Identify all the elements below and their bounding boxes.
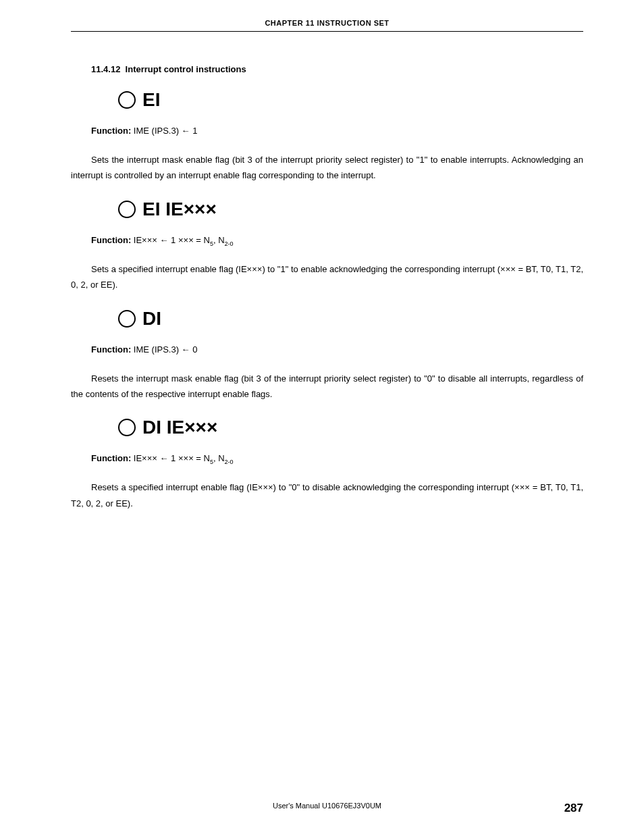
mnemonic-text: DI xyxy=(142,309,161,328)
page-footer: . User's Manual U10676EJ3V0UM 287 xyxy=(71,802,583,815)
instruction-heading: EI IE××× xyxy=(118,200,583,219)
instruction-description: Sets the interrupt mask enable flag (bit… xyxy=(71,152,583,184)
bullet-circle-icon xyxy=(118,419,136,436)
instruction-block: DIFunction: IME (IPS.3) ← 0Resets the in… xyxy=(71,309,583,402)
section-name: Interrupt control instructions xyxy=(126,64,246,74)
section-number: 11.4.12 xyxy=(91,64,120,74)
instruction-heading: EI xyxy=(118,90,583,109)
page: CHAPTER 11 INSTRUCTION SET 11.4.12 Inter… xyxy=(0,0,644,834)
bullet-circle-icon xyxy=(118,91,136,109)
function-line: Function: IME (IPS.3) ← 0 xyxy=(91,344,583,355)
instruction-heading: DI IE××× xyxy=(118,418,583,437)
manual-id: User's Manual U10676EJ3V0UM xyxy=(273,802,381,810)
instruction-block: EI IE×××Function: IE××× ← 1 ××× = N5, N2… xyxy=(71,200,583,293)
bullet-circle-icon xyxy=(118,201,136,218)
function-line: Function: IE××× ← 1 ××× = N5, N2-0 xyxy=(91,453,583,463)
instruction-block: EIFunction: IME (IPS.3) ← 1Sets the inte… xyxy=(71,90,583,184)
instruction-list: EIFunction: IME (IPS.3) ← 1Sets the inte… xyxy=(71,90,583,511)
function-line: Function: IME (IPS.3) ← 1 xyxy=(91,126,583,136)
mnemonic-text: DI IE××× xyxy=(142,418,217,437)
section-title: 11.4.12 Interrupt control instructions xyxy=(91,64,583,74)
instruction-description: Resets the interrupt mask enable flag (b… xyxy=(71,371,583,402)
page-number: 287 xyxy=(564,802,583,815)
chapter-header: CHAPTER 11 INSTRUCTION SET xyxy=(71,19,583,32)
instruction-block: DI IE×××Function: IE××× ← 1 ××× = N5, N2… xyxy=(71,418,583,511)
instruction-description: Sets a specified interrupt enable flag (… xyxy=(71,261,583,293)
bullet-circle-icon xyxy=(118,310,136,328)
instruction-description: Resets a specified interrupt enable flag… xyxy=(71,479,583,511)
function-line: Function: IE××× ← 1 ××× = N5, N2-0 xyxy=(91,235,583,245)
mnemonic-text: EI xyxy=(142,90,160,109)
mnemonic-text: EI IE××× xyxy=(142,200,217,219)
instruction-heading: DI xyxy=(118,309,583,328)
